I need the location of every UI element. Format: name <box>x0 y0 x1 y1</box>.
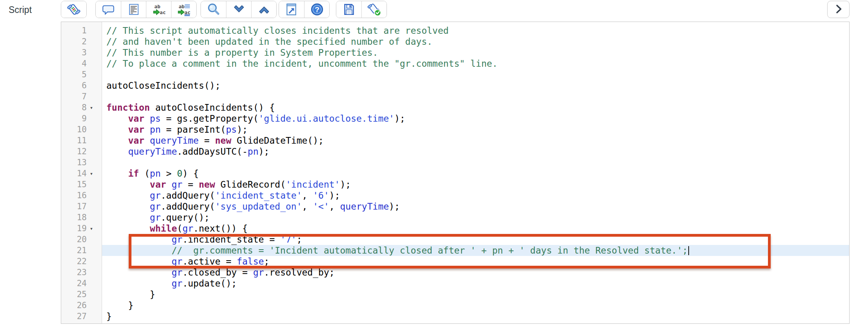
code-token: ps <box>150 113 161 124</box>
code-line[interactable]: gr.active = false; <box>106 256 849 267</box>
code-line[interactable]: function autoCloseIncidents() { <box>106 102 849 113</box>
format-document-icon <box>128 3 140 16</box>
save-button[interactable] <box>336 1 361 18</box>
code-token: ps <box>226 124 237 135</box>
code-line[interactable]: gr.addQuery('incident_state', '6'); <box>106 190 849 201</box>
syntax-editor-toggle-button[interactable] <box>61 1 86 18</box>
code-token <box>106 256 171 267</box>
code-token: gr <box>171 267 182 278</box>
code-token: // gr.comments = 'Incident automatically… <box>171 245 687 256</box>
code-token: gr <box>171 278 182 289</box>
code-line[interactable]: // To place a comment in the incident, u… <box>106 58 849 69</box>
code-token: 0 <box>177 168 182 179</box>
find-previous-button[interactable] <box>251 1 276 18</box>
code-token <box>106 179 150 190</box>
code-token <box>144 124 150 135</box>
code-line[interactable]: } <box>106 311 849 322</box>
code-token <box>106 267 171 278</box>
search-button[interactable] <box>201 1 226 18</box>
code-line[interactable]: queryTime.addDaysUTC(-pn); <box>106 146 849 157</box>
fold-toggle-icon[interactable]: ▾ <box>87 168 96 179</box>
chevron-down-icon <box>232 4 246 15</box>
code-line[interactable] <box>106 91 849 102</box>
line-number: 12 <box>77 146 87 157</box>
script-editor[interactable]: 12345678▾91011121314▾1516171819▾20212223… <box>61 22 850 324</box>
code-line[interactable]: // This script automatically closes inci… <box>106 25 849 36</box>
code-token: .next()) { <box>193 223 248 234</box>
code-line[interactable]: gr.closed_by = gr.resolved_by; <box>106 267 849 278</box>
script-check-icon <box>367 2 381 17</box>
replace-button[interactable]: abac <box>146 1 171 18</box>
line-number: 13 <box>77 157 87 168</box>
toggle-comment-button[interactable] <box>96 1 121 18</box>
gutter-line: 20 <box>61 234 102 245</box>
code-token: = <box>182 179 199 190</box>
toolbar: abacabac? <box>61 1 387 18</box>
code-line[interactable]: // This number is a property in System P… <box>106 47 849 58</box>
code-token: new <box>215 135 232 146</box>
code-line[interactable]: // and haven't been updated in the speci… <box>106 36 849 47</box>
code-token <box>144 135 150 146</box>
code-token: .incident_state = <box>182 234 280 245</box>
text-cursor <box>688 246 689 255</box>
code-line[interactable]: if (pn > 0) { <box>106 168 849 179</box>
code-token: ); <box>389 201 400 212</box>
code-token: } <box>106 311 112 321</box>
code-token: '<' <box>313 201 329 212</box>
format-code-button[interactable] <box>121 1 146 18</box>
code-line[interactable]: gr.incident_state = '7'; <box>106 234 849 245</box>
line-number: 18 <box>77 212 87 223</box>
code-token: gr <box>150 190 161 201</box>
code-line[interactable]: var queryTime = new GlideDateTime(); <box>106 135 849 146</box>
active-code-line[interactable]: // gr.comments = 'Incident automatically… <box>102 245 849 256</box>
code-line[interactable]: autoCloseIncidents(); <box>106 80 849 91</box>
gutter-line: 8▾ <box>61 102 102 113</box>
code-area[interactable]: // This script automatically closes inci… <box>102 22 849 323</box>
code-line[interactable] <box>106 69 849 80</box>
gutter-line: 16 <box>61 190 102 201</box>
svg-text:?: ? <box>315 5 319 14</box>
code-token: 'incident_state' <box>215 190 302 201</box>
code-token: var <box>128 135 144 146</box>
code-token: gr <box>182 223 193 234</box>
code-token: > <box>161 168 177 179</box>
open-in-new-window-button[interactable] <box>279 1 304 18</box>
code-line[interactable]: } <box>106 300 849 311</box>
code-token: gr <box>171 234 182 245</box>
gutter-line: 5 <box>61 69 102 80</box>
gutter-line: 24 <box>61 278 102 289</box>
code-line[interactable]: } <box>106 289 849 300</box>
fold-toggle-icon[interactable]: ▾ <box>87 223 96 234</box>
code-token: // This number is a property in System P… <box>106 47 378 58</box>
code-token: gr <box>150 212 161 223</box>
code-token: = gs.getProperty( <box>161 113 259 124</box>
code-token: GlideDateTime(); <box>232 135 324 146</box>
code-line[interactable]: var pn = parseInt(ps); <box>106 124 849 135</box>
code-line[interactable]: gr.addQuery('sys_updated_on', '<', query… <box>106 201 849 212</box>
code-token <box>144 113 150 124</box>
code-line[interactable]: gr.update(); <box>106 278 849 289</box>
code-token <box>106 201 150 212</box>
line-number: 14 <box>77 168 87 179</box>
code-line[interactable] <box>106 157 849 168</box>
code-token <box>106 113 128 124</box>
help-button[interactable]: ? <box>304 1 329 18</box>
code-line[interactable]: var gr = new GlideRecord('incident'); <box>106 179 849 190</box>
find-next-button[interactable] <box>226 1 251 18</box>
code-line[interactable]: var ps = gs.getProperty('glide.ui.autocl… <box>106 113 849 124</box>
fold-toggle-icon[interactable]: ▾ <box>87 102 96 113</box>
validate-script-button[interactable] <box>361 1 387 18</box>
toolbar-group: ? <box>279 1 330 18</box>
line-number: 26 <box>77 300 87 311</box>
code-token <box>106 124 128 135</box>
magnifier-icon <box>206 2 221 16</box>
expand-toolbar-button[interactable] <box>827 1 850 18</box>
code-token: // and haven't been updated in the speci… <box>106 37 432 47</box>
code-line[interactable]: while(gr.next()) { <box>106 223 849 234</box>
svg-text:ab: ab <box>179 4 185 9</box>
code-token <box>106 234 171 245</box>
code-line[interactable]: gr.query(); <box>106 212 849 223</box>
line-number: 20 <box>77 234 87 245</box>
replace-all-button[interactable]: abac <box>171 1 196 18</box>
code-token: queryTime <box>128 146 177 157</box>
